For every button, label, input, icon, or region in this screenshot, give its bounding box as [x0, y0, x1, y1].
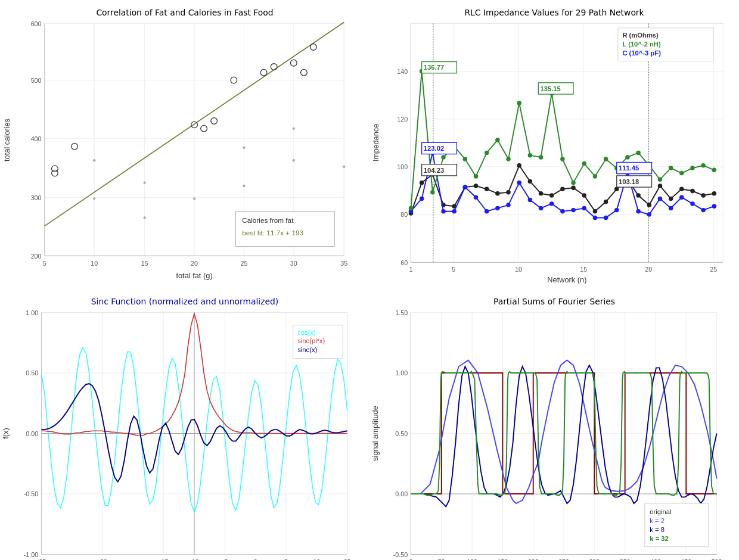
chart-br-legend-k32: k = 32 [650, 535, 669, 542]
svg-point-91 [549, 193, 554, 197]
svg-text:103.18: 103.18 [619, 178, 639, 185]
svg-point-93 [571, 185, 575, 189]
svg-text:1: 1 [409, 266, 413, 273]
svg-text:1.00: 1.00 [26, 309, 38, 316]
svg-point-38 [310, 44, 317, 51]
svg-point-154 [604, 157, 608, 161]
svg-point-92 [560, 187, 564, 191]
svg-point-102 [669, 197, 673, 201]
svg-text:104.23: 104.23 [424, 167, 444, 174]
svg-point-162 [690, 166, 694, 170]
svg-point-103 [679, 187, 684, 191]
svg-text:0.50: 0.50 [26, 369, 38, 377]
svg-point-116 [506, 203, 510, 207]
svg-text:0.00: 0.00 [395, 490, 408, 497]
chart-br-legend-k2: k = 2 [650, 517, 665, 524]
svg-point-128 [636, 209, 640, 213]
svg-text:5: 5 [43, 260, 46, 267]
chart-bl-title: Sinc Function (normalized and unnormaliz… [91, 297, 278, 306]
svg-point-31 [201, 125, 207, 132]
svg-point-132 [679, 195, 684, 199]
svg-point-29 [72, 143, 78, 150]
svg-point-164 [712, 168, 716, 172]
svg-point-126 [614, 208, 619, 212]
chart-bl-ylabel: f(x) [1, 428, 10, 439]
chart-grid: Correlation of Fat and Calories in Fast … [0, 0, 739, 560]
svg-text:140: 140 [397, 68, 408, 75]
svg-point-123 [582, 206, 586, 210]
svg-text:1.00: 1.00 [395, 369, 408, 377]
svg-text:500: 500 [31, 77, 42, 84]
chart-tl-title: Correlation of Fat and Calories in Fast … [96, 8, 273, 17]
svg-text:5: 5 [452, 266, 455, 273]
chart-br-legend-k8: k = 8 [650, 526, 665, 533]
chart-bl-legend-sinc-pi: sinc(pi*x) [297, 337, 325, 344]
svg-point-157 [636, 151, 640, 155]
svg-point-161 [679, 171, 684, 175]
chart-tl-legend-title: Calories from fat [242, 216, 294, 224]
svg-point-46 [293, 159, 295, 161]
chart-tr-title: RLC Impedance Values for 29 Path Network [464, 8, 644, 17]
svg-point-136 [409, 206, 413, 210]
svg-point-152 [582, 161, 586, 166]
chart-fat-calories: Correlation of Fat and Calories in Fast … [0, 0, 370, 289]
chart-tl-legend-fit: best fit: 11.7x + 193 [242, 229, 303, 237]
svg-point-153 [593, 174, 597, 178]
svg-text:80: 80 [400, 211, 408, 218]
svg-text:10: 10 [515, 266, 522, 273]
svg-point-96 [604, 200, 608, 204]
svg-point-48 [343, 166, 345, 168]
svg-point-124 [593, 216, 597, 220]
svg-point-106 [712, 191, 716, 195]
svg-text:-1.00: -1.00 [24, 551, 38, 558]
chart-tl-ylabel: total calories [2, 119, 11, 161]
svg-point-39 [93, 197, 95, 200]
svg-point-147 [528, 153, 532, 157]
svg-text:30: 30 [290, 260, 297, 267]
svg-point-85 [485, 187, 489, 191]
svg-point-159 [658, 178, 662, 182]
svg-point-45 [243, 147, 245, 149]
svg-text:-0.50: -0.50 [24, 490, 38, 497]
svg-text:35: 35 [340, 260, 347, 267]
svg-point-32 [211, 118, 218, 125]
svg-text:400: 400 [31, 135, 42, 142]
svg-point-156 [625, 155, 629, 159]
svg-point-160 [669, 166, 673, 170]
svg-text:111.45: 111.45 [619, 164, 639, 172]
chart-tr-legend-c: C (10^-3 pF) [622, 49, 661, 57]
svg-text:25: 25 [710, 266, 717, 273]
svg-text:60: 60 [400, 259, 408, 266]
svg-point-44 [243, 185, 245, 187]
svg-point-143 [485, 151, 489, 155]
svg-text:123.02: 123.02 [424, 145, 444, 152]
svg-point-79 [420, 181, 424, 185]
svg-text:10: 10 [91, 260, 98, 267]
svg-text:120: 120 [397, 116, 408, 123]
svg-point-112 [463, 185, 467, 189]
svg-point-110 [441, 209, 445, 213]
chart-sinc: Sinc Function (normalized and unnormaliz… [0, 289, 370, 560]
svg-text:100: 100 [397, 163, 408, 170]
svg-text:300: 300 [31, 194, 42, 201]
svg-point-125 [604, 216, 608, 220]
svg-point-90 [539, 191, 543, 195]
chart-br-legend-original: original [650, 508, 671, 515]
svg-point-43 [193, 197, 195, 200]
svg-text:200: 200 [31, 253, 42, 260]
svg-text:136.77: 136.77 [424, 64, 444, 71]
svg-point-151 [571, 181, 575, 185]
svg-point-115 [495, 206, 499, 210]
svg-point-117 [517, 181, 521, 185]
svg-point-111 [452, 209, 456, 213]
svg-text:0.00: 0.00 [26, 430, 38, 437]
svg-point-144 [495, 138, 499, 142]
chart-bl-legend-sinc: sinc(x) [297, 346, 317, 353]
svg-text:-0.50: -0.50 [393, 551, 408, 558]
svg-text:600: 600 [31, 20, 42, 27]
svg-point-99 [636, 193, 640, 197]
svg-point-28 [52, 166, 58, 172]
svg-point-40 [93, 159, 95, 161]
svg-point-42 [144, 182, 146, 184]
svg-point-34 [260, 69, 267, 76]
